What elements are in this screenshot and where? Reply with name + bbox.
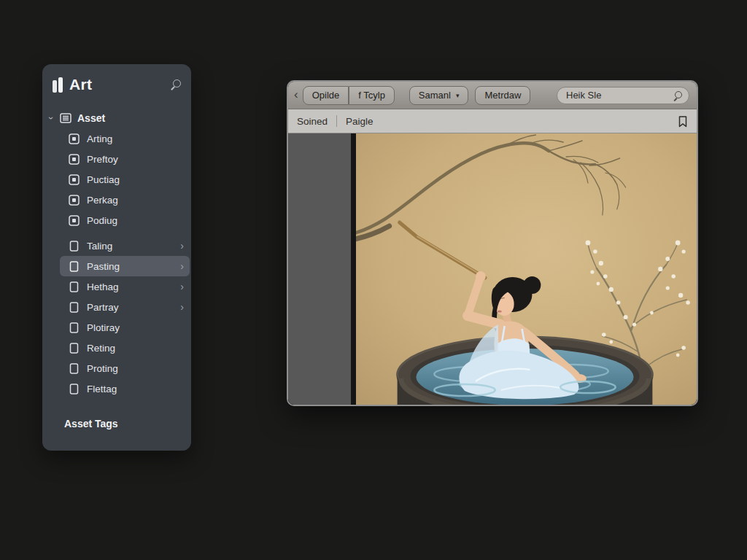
sidebar-item-podiug[interactable]: Podiug (60, 210, 190, 230)
item-label: Puctiag (87, 174, 184, 185)
opilde-button[interactable]: Opilde (303, 86, 349, 105)
file-icon (69, 322, 80, 333)
item-label: Proting (87, 363, 184, 374)
sidebar-header: Art (42, 64, 191, 105)
artwork-illustration (356, 133, 697, 405)
sidebar-item-taling[interactable]: Taling › (60, 236, 190, 256)
artwork-image (356, 133, 697, 405)
chevron-right-icon: › (180, 301, 184, 313)
item-label: Pasting (87, 261, 176, 272)
sidebar-tree: › Asset Arting Preftoy Puctiag Perkag (42, 105, 191, 429)
item-label: Podiug (87, 215, 184, 226)
bookmark-icon[interactable] (678, 115, 688, 128)
path-item-soined[interactable]: Soined (297, 116, 328, 127)
file-icon (69, 363, 80, 374)
item-label: Flettag (87, 384, 184, 394)
window-toolbar: ‹ Opilde f Tcylp Samanl ▾ Metrdaw (288, 82, 697, 109)
item-label: Perkag (87, 195, 184, 206)
sidebar-item-partray[interactable]: Partray › (60, 297, 190, 317)
caret-down-icon: ▾ (456, 92, 460, 99)
asset-thumb-icon (69, 154, 80, 165)
sidebar-item-pasting[interactable]: Pasting › (60, 256, 190, 276)
sidebar-title: Art (69, 76, 170, 93)
file-icon (69, 241, 80, 252)
file-icon (69, 261, 80, 272)
item-label: Arting (87, 133, 184, 144)
tree-root-label: Asset (77, 112, 105, 124)
sidebar-item-perkag[interactable]: Perkag (60, 190, 190, 210)
sidebar-item-proting[interactable]: Proting (60, 358, 190, 378)
window-search (557, 87, 689, 104)
path-bar: Soined Paigle (288, 109, 697, 133)
item-label: Reting (87, 343, 184, 354)
sidebar-item-flettag[interactable]: Flettag (60, 378, 190, 399)
content-gutter (288, 133, 351, 405)
item-label: Taling (87, 241, 176, 252)
samanl-dropdown[interactable]: Samanl ▾ (409, 86, 469, 105)
asset-thumb-icon (69, 133, 80, 144)
tree-root-asset[interactable]: › Asset (42, 108, 191, 128)
sidebar-panel: Art › Asset Arting Preftoy Puctiag (42, 64, 191, 451)
metrdaw-button[interactable]: Metrdaw (475, 86, 530, 105)
file-icon (69, 384, 80, 394)
chevron-right-icon: › (180, 260, 184, 272)
back-icon[interactable]: ‹ (293, 88, 303, 102)
item-label: Plotiray (87, 322, 184, 333)
window-content (288, 133, 697, 405)
sidebar-item-hethag[interactable]: Hethag › (60, 276, 190, 297)
dropdown-label: Samanl (419, 90, 451, 101)
item-label: Preftoy (87, 154, 184, 165)
viewer-window: ‹ Opilde f Tcylp Samanl ▾ Metrdaw Soined… (287, 80, 698, 406)
chevron-right-icon: › (180, 281, 184, 292)
asset-thumb-icon (69, 174, 80, 185)
chevron-down-icon: › (46, 114, 56, 122)
divider (336, 115, 337, 127)
asset-thumb-icon (69, 195, 80, 206)
segmented-control: Opilde f Tcylp (303, 86, 395, 105)
sidebar-item-preftoy[interactable]: Preftoy (60, 149, 190, 169)
path-item-paigle[interactable]: Paigle (346, 116, 374, 127)
item-label: Hethag (87, 281, 176, 292)
sidebar-item-puctiag[interactable]: Puctiag (60, 169, 190, 190)
tcylp-button[interactable]: f Tcylp (349, 86, 395, 105)
asset-thumb-icon (69, 215, 80, 226)
file-icon (69, 302, 80, 313)
search-input[interactable] (557, 87, 689, 104)
search-icon (675, 91, 682, 98)
item-label: Partray (87, 302, 176, 313)
chevron-right-icon: › (180, 240, 184, 252)
asset-tags-heading: Asset Tags (42, 399, 191, 429)
sidebar-item-plotiray[interactable]: Plotiray (60, 317, 190, 338)
sidebar-item-arting[interactable]: Arting (60, 128, 190, 149)
sidebar-item-reting[interactable]: Reting (60, 338, 190, 358)
search-icon[interactable] (170, 79, 181, 90)
list-icon (60, 113, 71, 123)
library-icon (53, 77, 63, 93)
file-icon (69, 343, 80, 354)
file-icon (69, 281, 80, 292)
